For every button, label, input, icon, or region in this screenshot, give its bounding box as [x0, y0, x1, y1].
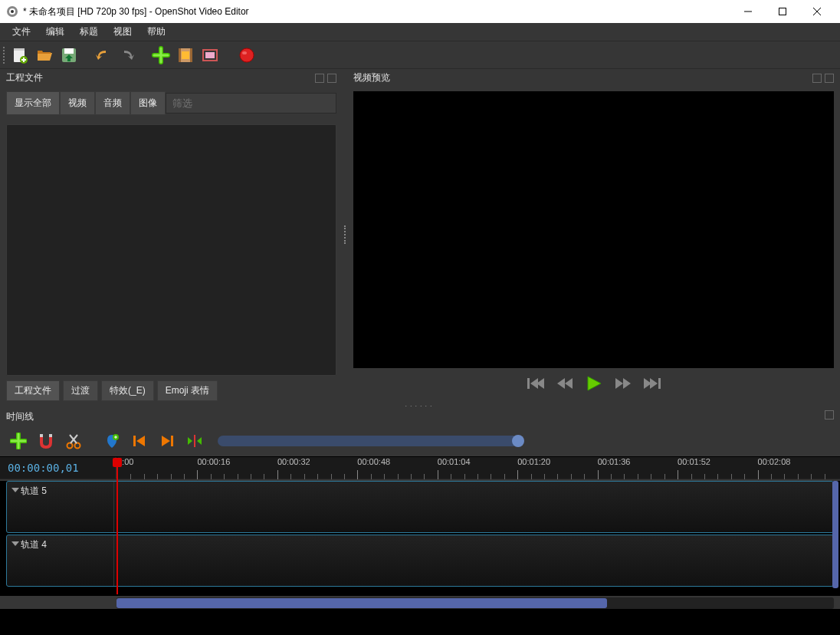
svg-rect-13 [64, 48, 74, 54]
svg-marker-57 [188, 437, 192, 445]
tab-transitions[interactable]: 过渡 [63, 380, 98, 401]
track-row: 轨道 4 [6, 535, 834, 587]
razor-button[interactable] [63, 430, 84, 452]
track-header[interactable]: 轨道 4 [7, 535, 114, 586]
menu-help[interactable]: 帮助 [139, 23, 173, 41]
svg-marker-35 [615, 378, 623, 389]
svg-rect-53 [133, 436, 136, 446]
svg-marker-58 [197, 437, 202, 445]
window-maximize-button[interactable] [765, 0, 799, 23]
project-files-title: 工程文件 [6, 71, 43, 84]
window-title: * 未命名项目 [HD 720p 30 fps] - OpenShot Vide… [23, 5, 730, 18]
svg-rect-28 [527, 378, 530, 389]
new-project-button[interactable] [9, 44, 31, 66]
tab-emoji[interactable]: Emoji 表情 [157, 380, 218, 401]
window-titlebar: * 未命名项目 [HD 720p 30 fps] - OpenShot Vide… [0, 0, 840, 23]
zoom-slider-knob[interactable] [512, 435, 524, 447]
play-button[interactable] [585, 374, 603, 393]
svg-point-47 [75, 443, 80, 449]
filter-tab-video[interactable]: 视频 [60, 91, 95, 115]
filter-tab-audio[interactable]: 音频 [95, 91, 130, 115]
window-close-button[interactable] [799, 0, 834, 23]
open-project-button[interactable] [34, 44, 55, 66]
project-files-area[interactable] [6, 124, 336, 376]
undock-icon[interactable] [315, 74, 324, 83]
main-toolbar [0, 41, 840, 69]
svg-rect-20 [179, 48, 181, 62]
menu-edit[interactable]: 编辑 [38, 23, 72, 41]
app-logo-icon [6, 5, 18, 18]
jump-start-button[interactable] [527, 374, 545, 393]
next-marker-button[interactable] [156, 430, 178, 452]
prev-marker-button[interactable] [129, 430, 150, 452]
track-header[interactable]: 轨道 5 [7, 482, 114, 532]
tab-effects[interactable]: 特效(_E) [101, 380, 154, 401]
close-panel-icon[interactable] [825, 74, 834, 83]
timeline-title: 时间线 [6, 410, 34, 423]
playback-controls [347, 371, 840, 400]
timeline-ruler[interactable]: 0:0000:00:1600:00:3200:00:4800:01:0400:0… [116, 457, 840, 479]
panel-splitter-h[interactable]: ...... [0, 400, 840, 408]
svg-point-2 [11, 10, 14, 13]
svg-marker-55 [162, 436, 170, 446]
undock-icon[interactable] [812, 74, 822, 83]
filter-input[interactable] [166, 93, 336, 114]
svg-rect-4 [779, 8, 786, 15]
timeline-tracks: 轨道 5 轨道 4 [0, 481, 840, 596]
export-button[interactable] [236, 44, 258, 66]
track-name: 轨道 5 [21, 485, 47, 496]
svg-rect-8 [14, 48, 25, 51]
profile-button[interactable] [175, 44, 196, 66]
save-project-button[interactable] [58, 44, 80, 66]
project-files-panel: 工程文件 显示全部 视频 音频 图像 工程文件 过渡 特效(_E) Emoji … [0, 69, 343, 400]
menubar: 文件 编辑 标题 视图 帮助 [0, 23, 840, 41]
svg-rect-45 [49, 434, 52, 437]
svg-marker-31 [557, 378, 565, 389]
window-minimize-button[interactable] [730, 0, 765, 23]
horizontal-scrollbar[interactable] [6, 597, 834, 609]
menu-view[interactable]: 视图 [106, 23, 139, 41]
fullscreen-button[interactable] [199, 44, 221, 66]
track-body[interactable] [114, 535, 833, 586]
filter-tab-image[interactable]: 图像 [130, 91, 166, 115]
track-body[interactable] [114, 482, 833, 532]
center-playhead-button[interactable] [184, 430, 205, 452]
track-name: 轨道 4 [21, 539, 47, 550]
redo-button[interactable] [116, 44, 138, 66]
fast-forward-button[interactable] [614, 374, 632, 393]
undo-button[interactable] [92, 44, 113, 66]
timeline-toolbar [0, 426, 840, 456]
svg-rect-22 [182, 51, 189, 59]
project-bottom-tabs: 工程文件 过渡 特效(_E) Emoji 表情 [0, 380, 343, 400]
toolbar-handle[interactable] [3, 47, 6, 64]
svg-marker-36 [623, 378, 631, 389]
add-track-button[interactable] [8, 430, 29, 452]
svg-marker-33 [588, 377, 601, 390]
svg-rect-39 [658, 378, 661, 389]
import-files-button[interactable] [150, 44, 172, 66]
video-preview-panel: 视频预览 [347, 69, 840, 400]
jump-end-button[interactable] [643, 374, 661, 393]
svg-rect-56 [171, 436, 173, 446]
snap-button[interactable] [35, 430, 57, 452]
vertical-scrollbar[interactable] [832, 481, 838, 588]
rewind-button[interactable] [556, 374, 574, 393]
zoom-slider[interactable] [218, 436, 518, 446]
filter-tab-all[interactable]: 显示全部 [6, 91, 60, 115]
tab-project-files[interactable]: 工程文件 [6, 380, 60, 401]
close-panel-icon[interactable] [327, 74, 336, 83]
svg-rect-24 [205, 52, 215, 58]
menu-file[interactable]: 文件 [5, 23, 38, 41]
timeline-panel: 时间线 00:00:00,01 0:0000:00:1600:00:3200:0… [0, 408, 840, 609]
svg-marker-38 [650, 378, 658, 389]
preview-title: 视频预览 [353, 71, 390, 84]
undock-icon[interactable] [825, 410, 834, 419]
svg-marker-32 [565, 378, 573, 389]
track-row: 轨道 5 [6, 481, 834, 533]
svg-marker-54 [136, 436, 145, 446]
video-preview-area[interactable] [353, 91, 834, 368]
add-marker-button[interactable] [101, 430, 123, 452]
svg-rect-21 [190, 48, 192, 62]
svg-rect-44 [40, 434, 43, 437]
menu-title[interactable]: 标题 [72, 23, 106, 41]
